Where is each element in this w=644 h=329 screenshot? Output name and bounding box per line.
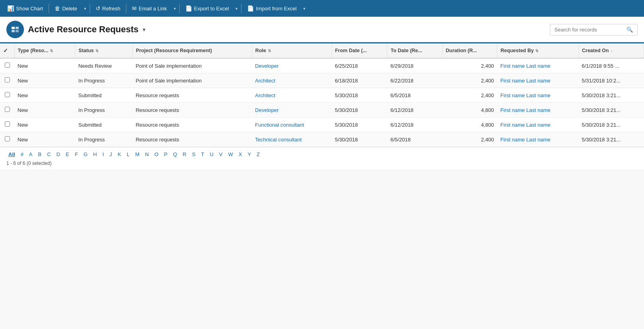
alpha-link-o[interactable]: O bbox=[152, 151, 160, 158]
cell-from-date-5: 5/30/2018 bbox=[332, 132, 387, 147]
cell-role-5[interactable]: Technical consultant bbox=[252, 132, 332, 147]
alpha-link-all[interactable]: All bbox=[6, 151, 17, 158]
col-to-date[interactable]: To Date (Re... bbox=[387, 43, 442, 58]
alpha-link-p[interactable]: P bbox=[162, 151, 170, 158]
col-status[interactable]: Status ⇅ bbox=[75, 43, 133, 58]
table-row[interactable]: New In Progress Resource requests Develo… bbox=[0, 103, 644, 118]
cell-project-5: Resource requests bbox=[132, 132, 252, 147]
cell-role-0[interactable]: Developer bbox=[252, 58, 332, 73]
alpha-link-a[interactable]: A bbox=[27, 151, 35, 158]
delete-dropdown[interactable]: ▾ bbox=[82, 4, 88, 13]
checkbox-5[interactable] bbox=[5, 136, 10, 141]
requested-by-link-0[interactable]: First name Last name bbox=[501, 63, 551, 69]
row-checkbox-5[interactable] bbox=[0, 132, 14, 147]
checkbox-3[interactable] bbox=[5, 107, 10, 112]
import-dropdown[interactable]: ▾ bbox=[301, 4, 307, 13]
alpha-link-r[interactable]: R bbox=[181, 151, 188, 158]
table-row[interactable]: New Needs Review Point of Sale implement… bbox=[0, 58, 644, 73]
alpha-link-v[interactable]: V bbox=[217, 151, 225, 158]
cell-requested-by-5[interactable]: First name Last name bbox=[497, 132, 579, 147]
requested-by-link-3[interactable]: First name Last name bbox=[501, 107, 551, 113]
requested-by-link-1[interactable]: First name Last name bbox=[501, 78, 551, 84]
role-link-5[interactable]: Technical consultant bbox=[255, 137, 302, 143]
col-from-date[interactable]: From Date (... bbox=[332, 43, 387, 58]
role-link-2[interactable]: Architect bbox=[255, 92, 275, 98]
row-checkbox-0[interactable] bbox=[0, 58, 14, 73]
col-duration[interactable]: Duration (R... bbox=[442, 43, 497, 58]
email-link-button[interactable]: ✉ Email a Link bbox=[128, 3, 171, 14]
alpha-link-c[interactable]: C bbox=[45, 151, 53, 158]
checkbox-1[interactable] bbox=[5, 77, 10, 82]
role-link-1[interactable]: Architect bbox=[255, 78, 275, 84]
import-excel-button[interactable]: 📄 Import from Excel bbox=[243, 3, 300, 14]
alpha-link-w[interactable]: W bbox=[226, 151, 235, 158]
alpha-link-j[interactable]: J bbox=[108, 151, 114, 158]
search-input[interactable] bbox=[550, 24, 622, 35]
row-checkbox-4[interactable] bbox=[0, 118, 14, 132]
role-link-4[interactable]: Functional consultant bbox=[255, 122, 304, 128]
alpha-link-k[interactable]: K bbox=[116, 151, 123, 158]
email-dropdown[interactable]: ▾ bbox=[172, 4, 178, 13]
checkbox-2[interactable] bbox=[5, 92, 10, 97]
table-row[interactable]: New Submitted Resource requests Architec… bbox=[0, 88, 644, 103]
requested-by-link-2[interactable]: First name Last name bbox=[501, 92, 551, 98]
select-all-header[interactable]: ✓ bbox=[0, 43, 14, 58]
table-row[interactable]: New Submitted Resource requests Function… bbox=[0, 118, 644, 132]
col-project[interactable]: Project (Resource Requirement) bbox=[132, 43, 252, 58]
alpha-link-i[interactable]: I bbox=[100, 151, 106, 158]
alpha-link-y[interactable]: Y bbox=[245, 151, 253, 158]
cell-requested-by-2[interactable]: First name Last name bbox=[497, 88, 579, 103]
refresh-button[interactable]: ↺ Refresh bbox=[92, 3, 125, 14]
col-type[interactable]: Type (Reso... ⇅ bbox=[14, 43, 75, 58]
cell-to-date-3: 6/12/2018 bbox=[387, 103, 442, 118]
show-chart-button[interactable]: 📊 Show Chart bbox=[3, 3, 47, 14]
cell-role-4[interactable]: Functional consultant bbox=[252, 118, 332, 132]
alpha-link-s[interactable]: S bbox=[190, 151, 198, 158]
alpha-link-t[interactable]: T bbox=[199, 151, 206, 158]
requested-by-link-5[interactable]: First name Last name bbox=[501, 137, 551, 143]
col-role[interactable]: Role ⇅ bbox=[252, 43, 332, 58]
alpha-link-h[interactable]: H bbox=[91, 151, 99, 158]
alpha-link-z[interactable]: Z bbox=[255, 151, 262, 158]
checkbox-4[interactable] bbox=[5, 121, 10, 127]
requested-by-link-4[interactable]: First name Last name bbox=[501, 122, 551, 128]
alpha-link-b[interactable]: B bbox=[36, 151, 44, 158]
col-created-on[interactable]: Created On ↓ bbox=[579, 43, 644, 58]
table-row[interactable]: New In Progress Resource requests Techni… bbox=[0, 132, 644, 147]
alpha-link-n[interactable]: N bbox=[143, 151, 151, 158]
title-dropdown-arrow[interactable]: ▾ bbox=[143, 26, 145, 33]
alpha-link-u[interactable]: U bbox=[208, 151, 215, 158]
export-excel-button[interactable]: 📄 Export to Excel bbox=[181, 3, 233, 14]
alpha-link-#[interactable]: # bbox=[19, 151, 26, 158]
alpha-link-l[interactable]: L bbox=[125, 151, 132, 158]
cell-requested-by-4[interactable]: First name Last name bbox=[497, 118, 579, 132]
alpha-link-f[interactable]: F bbox=[73, 151, 80, 158]
cell-status-5: In Progress bbox=[75, 132, 133, 147]
select-all-checkbox[interactable]: ✓ bbox=[3, 47, 8, 54]
delete-button[interactable]: 🗑 Delete bbox=[51, 3, 81, 14]
alpha-link-q[interactable]: Q bbox=[171, 151, 179, 158]
alpha-link-e[interactable]: E bbox=[64, 151, 71, 158]
sort-icon-requested-by: ⇅ bbox=[535, 49, 538, 53]
cell-requested-by-1[interactable]: First name Last name bbox=[497, 73, 579, 88]
row-checkbox-3[interactable] bbox=[0, 103, 14, 118]
cell-role-3[interactable]: Developer bbox=[252, 103, 332, 118]
cell-role-1[interactable]: Architect bbox=[252, 73, 332, 88]
alpha-link-m[interactable]: M bbox=[133, 151, 141, 158]
alpha-link-d[interactable]: D bbox=[55, 151, 62, 158]
row-checkbox-2[interactable] bbox=[0, 88, 14, 103]
cell-role-2[interactable]: Architect bbox=[252, 88, 332, 103]
row-checkbox-1[interactable] bbox=[0, 73, 14, 88]
cell-requested-by-0[interactable]: First name Last name bbox=[497, 58, 579, 73]
role-link-3[interactable]: Developer bbox=[255, 107, 279, 113]
alpha-link-x[interactable]: X bbox=[237, 151, 244, 158]
cell-requested-by-3[interactable]: First name Last name bbox=[497, 103, 579, 118]
role-link-0[interactable]: Developer bbox=[255, 63, 279, 69]
col-requested-by[interactable]: Requested By ⇅ bbox=[497, 43, 579, 58]
table-row[interactable]: New In Progress Point of Sale implementa… bbox=[0, 73, 644, 88]
checkbox-0[interactable] bbox=[5, 63, 10, 68]
alpha-link-g[interactable]: G bbox=[82, 151, 90, 158]
cell-from-date-1: 6/18/2018 bbox=[332, 73, 387, 88]
export-dropdown[interactable]: ▾ bbox=[234, 4, 240, 13]
search-button[interactable]: 🔍 bbox=[622, 24, 637, 35]
